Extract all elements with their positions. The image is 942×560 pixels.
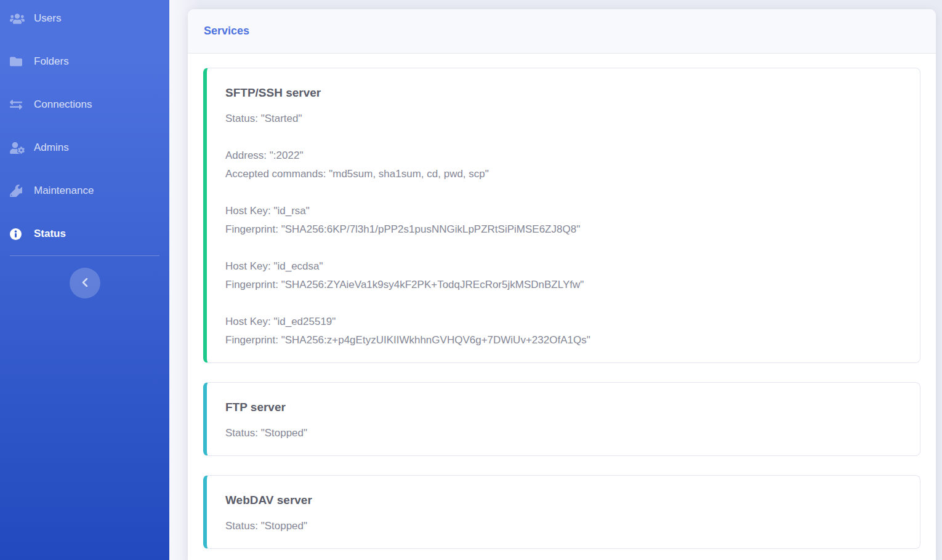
service-text-line: Host Key: "id_rsa" xyxy=(225,202,901,220)
user-cog-icon xyxy=(10,142,28,154)
sidebar-item-label: Users xyxy=(34,12,61,25)
service-text-group: Host Key: "id_rsa"Fingerprint: "SHA256:6… xyxy=(225,202,901,239)
sidebar: Users Folders Connections Admins xyxy=(0,0,169,560)
folder-icon xyxy=(10,55,28,68)
service-text-group: Host Key: "id_ed25519"Fingerprint: "SHA2… xyxy=(225,313,901,350)
sidebar-item-label: Connections xyxy=(34,98,92,111)
service-body: Status: "Started"Address: ":2022"Accepte… xyxy=(225,110,901,350)
service-text-line: Accepted commands: "md5sum, sha1sum, cd,… xyxy=(225,165,901,183)
sidebar-item-connections[interactable]: Connections xyxy=(0,83,169,126)
sidebar-item-folders[interactable]: Folders xyxy=(0,40,169,83)
exchange-icon xyxy=(10,98,28,111)
service-card: WebDAV server Status: "Stopped" xyxy=(203,475,920,549)
sidebar-collapse-button[interactable] xyxy=(70,268,100,298)
service-text-line: Host Key: "id_ecdsa" xyxy=(225,257,901,276)
service-text-group: Address: ":2022"Accepted commands: "md5s… xyxy=(225,146,901,183)
service-text-line: Fingerprint: "SHA256:ZYAieVa1k9sy4kF2PK+… xyxy=(225,276,901,294)
service-text-line: Status: "Stopped" xyxy=(225,517,901,535)
sidebar-item-status[interactable]: Status xyxy=(0,212,169,255)
service-text-line: Address: ":2022" xyxy=(225,146,901,165)
app-window: Users Folders Connections Admins xyxy=(0,0,942,560)
wrench-icon xyxy=(10,185,28,197)
service-text-line: Status: "Stopped" xyxy=(225,424,901,442)
chevron-left-icon xyxy=(82,278,88,289)
sidebar-item-label: Maintenance xyxy=(34,185,94,197)
sidebar-item-label: Admins xyxy=(34,142,69,154)
sidebar-item-label: Status xyxy=(34,228,66,240)
page-title: Services xyxy=(204,25,249,37)
sidebar-nav: Users Folders Connections Admins xyxy=(0,0,169,255)
service-title: SFTP/SSH server xyxy=(225,84,901,102)
service-text-line: Fingerprint: "SHA256:6KP/7l3h1/pPP2s1pus… xyxy=(225,220,901,239)
service-text-group: Status: "Stopped" xyxy=(225,517,901,535)
sidebar-item-label: Folders xyxy=(34,55,69,68)
service-text-group: Status: "Started" xyxy=(225,110,901,128)
sidebar-item-admins[interactable]: Admins xyxy=(0,126,169,169)
service-body: Status: "Stopped" xyxy=(225,424,901,442)
service-text-line: Fingerprint: "SHA256:z+p4gEtyzUIKIIWkhhn… xyxy=(225,331,901,350)
services-panel: Services SFTP/SSH server Status: "Starte… xyxy=(188,9,936,560)
service-card: FTP server Status: "Stopped" xyxy=(203,382,920,456)
services-panel-header: Services xyxy=(188,9,936,54)
sidebar-item-maintenance[interactable]: Maintenance xyxy=(0,169,169,212)
service-body: Status: "Stopped" xyxy=(225,517,901,535)
service-title: WebDAV server xyxy=(225,491,901,510)
main-content: Services SFTP/SSH server Status: "Starte… xyxy=(169,0,942,560)
service-card: SFTP/SSH server Status: "Started"Address… xyxy=(203,68,920,363)
service-text-line: Host Key: "id_ed25519" xyxy=(225,313,901,331)
sidebar-item-users[interactable]: Users xyxy=(0,0,169,40)
info-circle-icon xyxy=(10,228,28,240)
service-text-group: Status: "Stopped" xyxy=(225,424,901,442)
service-title: FTP server xyxy=(225,398,901,417)
services-list: SFTP/SSH server Status: "Started"Address… xyxy=(188,54,936,560)
service-text-line: Status: "Started" xyxy=(225,110,901,128)
users-icon xyxy=(10,13,28,25)
service-text-group: Host Key: "id_ecdsa"Fingerprint: "SHA256… xyxy=(225,257,901,294)
sidebar-divider xyxy=(10,255,159,256)
